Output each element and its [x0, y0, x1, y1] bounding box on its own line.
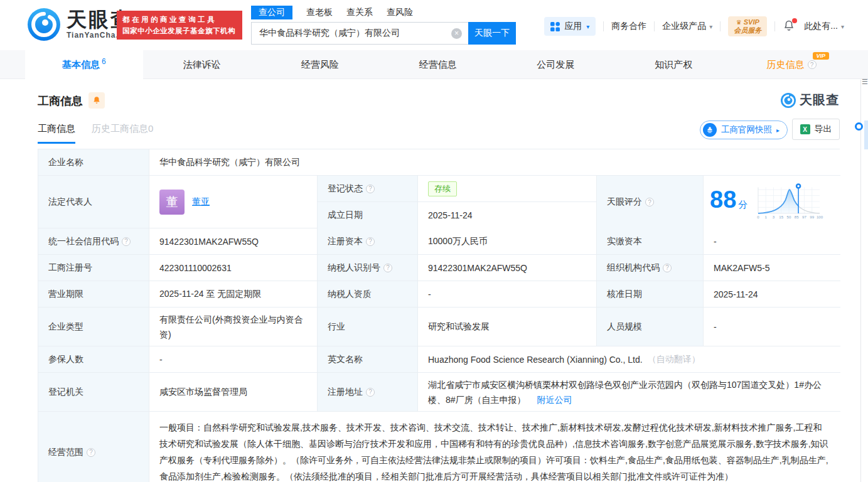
- svip-member-badge[interactable]: ♛ SVIP 会员服务: [728, 16, 767, 36]
- help-icon[interactable]: ?: [87, 448, 95, 457]
- help-icon[interactable]: ?: [366, 237, 375, 246]
- field-value-credit-code: 91422301MAK2AFW55Q: [149, 228, 318, 255]
- svg-text:97: 97: [802, 215, 806, 219]
- bell-icon: [92, 96, 101, 105]
- subtab-history-business-info[interactable]: 历史工商信息0: [92, 123, 153, 144]
- field-value-reg-status: 存续: [418, 176, 597, 202]
- tab-operating-risk[interactable]: 经营风险: [261, 50, 379, 79]
- vip-badge: VIP: [813, 52, 830, 60]
- field-value-reg-number: 422301110002631: [149, 255, 318, 281]
- export-button[interactable]: X 导出: [792, 119, 840, 140]
- field-value-industry: 研究和试验发展: [418, 308, 597, 346]
- help-icon[interactable]: ?: [663, 264, 672, 272]
- side-widget-icon[interactable]: ☰: [862, 78, 868, 86]
- stamp-icon: [703, 123, 717, 137]
- field-value-insured-count: -: [149, 346, 318, 373]
- search-button[interactable]: 天眼一下: [468, 22, 516, 45]
- svg-text:50: 50: [787, 215, 791, 219]
- watermark-logo-icon: [781, 93, 796, 108]
- field-value-paid-capital: -: [704, 228, 840, 255]
- field-label-org-code: 组织机构代码 ?: [597, 255, 704, 281]
- business-coop-link[interactable]: 商务合作: [611, 21, 646, 32]
- nearby-companies-link[interactable]: 附近公司: [537, 395, 572, 405]
- field-value-reg-capital: 10000万人民币: [418, 228, 597, 255]
- divider: [603, 21, 604, 31]
- field-value-staff-size: -: [704, 308, 840, 346]
- search-tab-relation[interactable]: 查关系: [346, 7, 373, 18]
- field-label-taxpayer-quality: 纳税人资质: [318, 281, 418, 308]
- svg-text:0: 0: [758, 215, 760, 219]
- field-label-term: 营业期限: [38, 281, 149, 308]
- notifications-bell-icon[interactable]: [783, 19, 796, 33]
- field-value-taxpayer-quality: -: [418, 281, 597, 308]
- anchor-active-marker: [864, 120, 868, 149]
- help-icon[interactable]: ?: [808, 60, 817, 69]
- field-label-reg-capital: 注册资本 ?: [318, 228, 418, 255]
- help-icon[interactable]: ?: [645, 198, 654, 206]
- field-label-taxpayer-id: 纳税人识别号 ?: [318, 255, 418, 281]
- notification-dot: [792, 18, 797, 23]
- field-label-reg-status: 登记状态 ?: [318, 176, 418, 202]
- apps-menu[interactable]: 应用 ▾: [544, 17, 596, 36]
- divider: [774, 21, 775, 31]
- svg-text:1: 1: [765, 215, 768, 219]
- tab-company-development[interactable]: 公司发展: [496, 50, 614, 79]
- header-right-nav: 应用 ▾ 商务合作 企业级产品 ▾ ♛ SVIP 会员服务 此处有... ▾: [544, 16, 844, 36]
- tianyancha-logo-icon: [28, 8, 60, 41]
- tab-operating-info[interactable]: 经营信息: [379, 50, 497, 79]
- tab-basic-info[interactable]: 基本信息 6: [25, 50, 143, 79]
- clear-search-icon[interactable]: ×: [451, 28, 462, 39]
- field-value-established: 2025-11-24: [418, 202, 597, 228]
- help-icon[interactable]: ?: [366, 185, 375, 193]
- field-label-industry: 行业: [318, 308, 418, 346]
- search-tab-company[interactable]: 查公司: [251, 6, 292, 19]
- help-icon[interactable]: ?: [122, 237, 131, 246]
- help-icon[interactable]: ?: [366, 388, 375, 397]
- divider: [720, 21, 721, 31]
- monitor-bell-button[interactable]: [88, 92, 105, 109]
- caret-down-icon: ▾: [709, 23, 712, 30]
- legal-rep-avatar[interactable]: 董: [159, 190, 185, 215]
- legal-rep-link[interactable]: 董亚: [192, 196, 210, 208]
- search-tab-risk[interactable]: 查风险: [387, 7, 413, 18]
- score-axis-ticks: 0 1 3 15 50 85 97 99 100: [758, 215, 823, 219]
- field-value-score[interactable]: 88分: [704, 176, 840, 228]
- field-label-insured-count: 参保人数: [38, 346, 149, 373]
- tab-legal-litigation[interactable]: 法律诉讼: [143, 50, 261, 79]
- basic-info-count: 6: [102, 57, 106, 66]
- divider: [654, 21, 655, 31]
- field-value-scope: 一般项目：自然科学研究和试验发展,技术服务、技术开发、技术咨询、技术交流、技术转…: [149, 412, 840, 482]
- help-icon[interactable]: ?: [383, 264, 392, 272]
- svg-text:85: 85: [795, 215, 799, 219]
- enterprise-products-link[interactable]: 企业级产品 ▾: [662, 21, 712, 32]
- tab-history-info[interactable]: 历史信息 ? VIP: [732, 50, 850, 79]
- field-value-taxpayer-id: 91422301MAK2AFW55Q: [418, 255, 597, 281]
- field-label-company-type: 企业类型: [38, 308, 149, 346]
- excel-icon: X: [800, 124, 810, 134]
- field-label-english-name: 英文名称: [318, 346, 418, 373]
- tab-intellectual-property[interactable]: 知识产权: [614, 50, 732, 79]
- anchor-dot[interactable]: [855, 122, 863, 131]
- search-input[interactable]: [251, 22, 468, 45]
- field-label-company-name: 企业名称: [38, 149, 149, 176]
- user-account-menu[interactable]: 此处有... ▾: [804, 21, 844, 32]
- field-value-legal-rep: 董 董亚: [149, 176, 318, 228]
- field-label-legal-rep: 法定代表人: [38, 176, 149, 228]
- field-value-registry: 咸安区市场监督管理局: [149, 373, 318, 412]
- field-label-paid-capital: 实缴资本: [597, 228, 704, 255]
- official-snapshot-button[interactable]: 工商官网快照 ▸: [700, 120, 788, 139]
- search-area: 查公司 查老板 查关系 查风险 × 天眼一下: [251, 5, 516, 45]
- field-value-approval-date: 2025-11-24: [704, 281, 840, 308]
- auto-translate-note: （自动翻译）: [648, 354, 700, 365]
- svg-text:99: 99: [810, 215, 815, 219]
- search-tab-boss[interactable]: 查老板: [306, 7, 333, 18]
- apps-grid-icon: [550, 22, 560, 31]
- company-nav-strip: 基本信息 6 法律诉讼 经营风险 经营信息 公司发展 知识产权 历史信息 ? V…: [0, 50, 868, 79]
- subtab-business-info[interactable]: 工商信息: [38, 123, 75, 144]
- field-label-approval-date: 核准日期: [597, 281, 704, 308]
- caret-down-icon: ▾: [841, 23, 844, 30]
- crown-icon: ♛: [736, 19, 742, 26]
- field-value-company-type: 有限责任公司(外商投资企业与内资合资): [149, 308, 318, 346]
- field-value-org-code: MAK2AFW5-5: [704, 255, 840, 281]
- svg-text:3: 3: [773, 215, 775, 219]
